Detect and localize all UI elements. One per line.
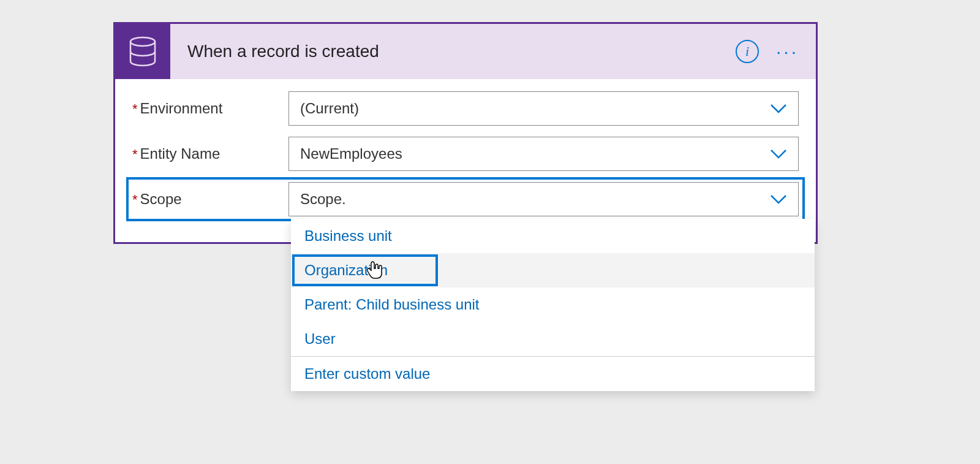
card-header: When a record is created i ··· bbox=[115, 24, 816, 79]
select-scope-value: Scope. bbox=[300, 191, 346, 208]
required-asterisk: * bbox=[132, 146, 138, 162]
required-asterisk: * bbox=[132, 192, 138, 208]
select-entity-value: NewEmployees bbox=[300, 145, 402, 162]
label-environment: * Environment bbox=[132, 100, 288, 117]
select-environment[interactable]: (Current) bbox=[288, 91, 799, 126]
label-scope: * Scope bbox=[132, 191, 288, 208]
info-icon[interactable]: i bbox=[736, 40, 759, 63]
card-title: When a record is created bbox=[170, 42, 736, 61]
card-body: * Environment (Current) * Entity Name Ne… bbox=[115, 79, 816, 242]
chevron-down-icon bbox=[770, 194, 787, 204]
chevron-down-icon bbox=[770, 149, 787, 159]
option-custom-value[interactable]: Enter custom value bbox=[291, 357, 815, 391]
header-actions: i ··· bbox=[736, 40, 816, 63]
select-entity-name[interactable]: NewEmployees bbox=[288, 137, 799, 171]
select-environment-value: (Current) bbox=[300, 100, 359, 117]
select-scope[interactable]: Scope. bbox=[288, 182, 799, 216]
scope-dropdown: Business unit Organization Parent: Child… bbox=[291, 219, 815, 391]
row-entity-name: * Entity Name NewEmployees bbox=[132, 137, 799, 171]
option-organization[interactable]: Organization bbox=[291, 253, 815, 287]
more-menu-icon[interactable]: ··· bbox=[776, 42, 799, 61]
required-asterisk: * bbox=[132, 101, 138, 117]
trigger-card: When a record is created i ··· * Environ… bbox=[113, 22, 818, 244]
row-environment: * Environment (Current) bbox=[132, 91, 799, 126]
option-business-unit[interactable]: Business unit bbox=[291, 219, 815, 253]
database-icon bbox=[115, 24, 170, 79]
option-user[interactable]: User bbox=[291, 322, 815, 356]
row-scope: * Scope Scope. bbox=[132, 182, 799, 216]
svg-point-0 bbox=[130, 37, 155, 46]
label-entity-name: * Entity Name bbox=[132, 145, 288, 162]
chevron-down-icon bbox=[770, 104, 787, 113]
option-parent-child[interactable]: Parent: Child business unit bbox=[291, 287, 815, 322]
